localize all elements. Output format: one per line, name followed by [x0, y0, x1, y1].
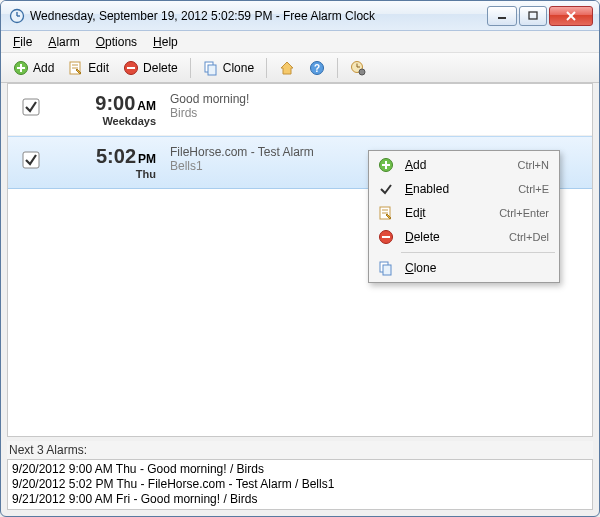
- checkbox-checked-icon[interactable]: [22, 151, 38, 167]
- alarm-time: 5:02PM Thu: [56, 145, 156, 180]
- upcoming-alarms-list: 9/20/2012 9:00 AM Thu - Good morning! / …: [7, 459, 593, 510]
- alarm-description: Good morning! Birds: [170, 92, 582, 120]
- alarm-list[interactable]: 9:00AM Weekdays Good morning! Birds 5:02…: [8, 84, 592, 436]
- svg-rect-23: [23, 99, 39, 115]
- menu-options[interactable]: Options: [88, 33, 145, 51]
- svg-rect-24: [23, 152, 39, 168]
- alarm-row[interactable]: 9:00AM Weekdays Good morning! Birds: [8, 84, 592, 136]
- edit-label: Edit: [88, 61, 109, 75]
- ctx-add[interactable]: Add Ctrl+N: [371, 153, 557, 177]
- time-ampm: AM: [137, 99, 156, 113]
- home-button[interactable]: [273, 57, 301, 79]
- ctx-add-shortcut: Ctrl+N: [518, 159, 549, 171]
- alarm-checkbox-wrap: [18, 92, 42, 114]
- close-button[interactable]: [549, 6, 593, 26]
- app-icon: [9, 8, 25, 24]
- upcoming-alarm: 9/21/2012 9:00 AM Fri - Good morning! / …: [12, 492, 588, 507]
- ctx-edit[interactable]: Edit Ctrl+Enter: [371, 201, 557, 225]
- separator: [190, 58, 191, 78]
- footer-label: Next 3 Alarms:: [7, 441, 593, 459]
- title-bar[interactable]: Wednesday, September 19, 2012 5:02:59 PM…: [1, 1, 599, 31]
- ctx-enabled-shortcut: Ctrl+E: [518, 183, 549, 195]
- clock-gear-icon: [350, 60, 366, 76]
- footer: Next 3 Alarms: 9/20/2012 9:00 AM Thu - G…: [7, 441, 593, 510]
- clone-label: Clone: [223, 61, 254, 75]
- alarm-time: 9:00AM Weekdays: [56, 92, 156, 127]
- svg-rect-4: [529, 12, 537, 19]
- menu-alarm[interactable]: Alarm: [40, 33, 87, 51]
- plus-icon: [13, 60, 29, 76]
- upcoming-alarm: 9/20/2012 9:00 AM Thu - Good morning! / …: [12, 462, 588, 477]
- separator: [337, 58, 338, 78]
- checkbox-checked-icon[interactable]: [22, 98, 38, 114]
- context-menu: Add Ctrl+N Enabled Ctrl+E Edit Ctrl+Ente…: [368, 150, 560, 283]
- time-days: Thu: [56, 168, 156, 180]
- ctx-enabled[interactable]: Enabled Ctrl+E: [371, 177, 557, 201]
- add-label: Add: [33, 61, 54, 75]
- ctx-delete-label: Delete: [405, 230, 501, 244]
- svg-point-22: [359, 69, 365, 75]
- upcoming-alarm: 9/20/2012 5:02 PM Thu - FileHorse.com - …: [12, 477, 588, 492]
- clock-settings-button[interactable]: [344, 57, 372, 79]
- edit-button[interactable]: Edit: [62, 57, 115, 79]
- time-days: Weekdays: [56, 115, 156, 127]
- window-controls: [487, 6, 593, 26]
- ctx-add-label: Add: [405, 158, 510, 172]
- clone-button[interactable]: Clone: [197, 57, 260, 79]
- ctx-edit-shortcut: Ctrl+Enter: [499, 207, 549, 219]
- menu-bar: File Alarm Options Help: [1, 31, 599, 53]
- delete-icon: [378, 229, 394, 245]
- time-ampm: PM: [138, 152, 156, 166]
- separator: [266, 58, 267, 78]
- checkmark-icon: [378, 181, 394, 197]
- ctx-enabled-label: Enabled: [405, 182, 510, 196]
- clone-icon: [378, 260, 394, 276]
- maximize-button[interactable]: [519, 6, 547, 26]
- svg-rect-16: [208, 65, 216, 75]
- window-title-wrap: Wednesday, September 19, 2012 5:02:59 PM…: [9, 8, 487, 24]
- plus-icon: [378, 157, 394, 173]
- window-title: Wednesday, September 19, 2012 5:02:59 PM…: [30, 9, 375, 23]
- delete-button[interactable]: Delete: [117, 57, 184, 79]
- alarm-checkbox-wrap: [18, 145, 42, 167]
- minimize-button[interactable]: [487, 6, 517, 26]
- edit-icon: [378, 205, 394, 221]
- ctx-clone-label: Clone: [405, 261, 541, 275]
- delete-icon: [123, 60, 139, 76]
- svg-rect-34: [383, 265, 391, 275]
- help-button[interactable]: ?: [303, 57, 331, 79]
- toolbar: Add Edit Delete Clone ?: [1, 53, 599, 83]
- svg-text:?: ?: [314, 63, 320, 74]
- delete-label: Delete: [143, 61, 178, 75]
- add-button[interactable]: Add: [7, 57, 60, 79]
- menu-file[interactable]: File: [5, 33, 40, 51]
- ctx-delete[interactable]: Delete Ctrl+Del: [371, 225, 557, 249]
- ctx-delete-shortcut: Ctrl+Del: [509, 231, 549, 243]
- time-value: 9:00: [95, 92, 135, 114]
- home-icon: [279, 60, 295, 76]
- ctx-separator: [401, 252, 555, 253]
- clone-icon: [203, 60, 219, 76]
- alarm-title: Good morning!: [170, 92, 582, 106]
- app-window: Wednesday, September 19, 2012 5:02:59 PM…: [0, 0, 600, 517]
- alarm-sound: Birds: [170, 106, 582, 120]
- ctx-clone[interactable]: Clone: [371, 256, 557, 280]
- menu-help[interactable]: Help: [145, 33, 186, 51]
- edit-icon: [68, 60, 84, 76]
- time-value: 5:02: [96, 145, 136, 167]
- help-icon: ?: [309, 60, 325, 76]
- ctx-edit-label: Edit: [405, 206, 491, 220]
- content-area: 9:00AM Weekdays Good morning! Birds 5:02…: [7, 83, 593, 437]
